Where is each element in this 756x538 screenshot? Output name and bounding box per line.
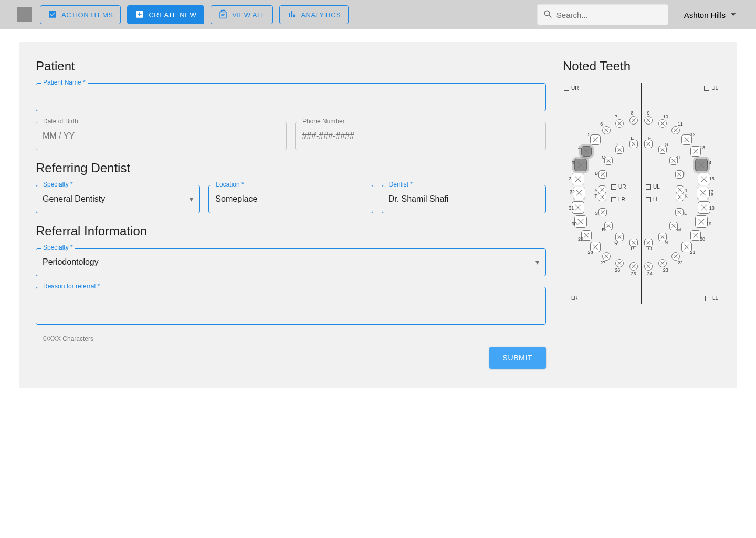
dob-field[interactable]: Date of Birth — [36, 122, 287, 150]
tooth-number-7: 7 — [615, 114, 617, 119]
phone-field[interactable]: Phone Number — [295, 122, 546, 150]
referral-reason-label: Reason for referral * — [41, 283, 102, 290]
quadrant-ur-top[interactable]: UR — [564, 85, 579, 91]
tooth-26[interactable] — [615, 259, 624, 267]
tooth-primary-label-D: D — [614, 142, 618, 147]
phone-input[interactable] — [302, 131, 539, 141]
submit-button[interactable]: SUBMIT — [489, 347, 547, 369]
search-box[interactable] — [537, 4, 668, 25]
tooth-15[interactable] — [698, 173, 710, 185]
quadrant-ll-inner[interactable]: LL — [646, 196, 659, 202]
tooth-primary-L[interactable] — [675, 208, 684, 216]
tooth-primary-P[interactable] — [629, 239, 638, 247]
tooth-primary-R[interactable] — [604, 222, 613, 230]
tooth-primary-label-K: K — [685, 193, 688, 199]
tooth-6[interactable] — [602, 126, 611, 134]
view-all-label: VIEW ALL — [232, 11, 265, 19]
referring-specialty-value: General Dentisty — [43, 194, 190, 204]
tooth-number-6: 6 — [600, 121, 603, 127]
tooth-24[interactable] — [644, 262, 653, 271]
tooth-number-3: 3 — [572, 160, 574, 165]
tooth-number-31: 31 — [569, 205, 574, 211]
chevron-down-icon — [728, 8, 739, 22]
tooth-number-14: 14 — [706, 160, 711, 165]
tooth-19[interactable] — [695, 215, 708, 228]
tooth-2[interactable] — [572, 173, 584, 185]
tooth-primary-I[interactable] — [675, 170, 684, 179]
tooth-4[interactable] — [581, 146, 592, 157]
tooth-primary-label-O: O — [648, 246, 652, 251]
quadrant-ul-inner[interactable]: UL — [646, 184, 660, 190]
action-items-button[interactable]: ACTION ITEMS — [40, 5, 121, 24]
referral-specialty-field[interactable]: Specialty * Periodontology ▾ — [36, 248, 546, 276]
referring-specialty-field[interactable]: Specialty * General Dentisty ▾ — [36, 185, 200, 213]
tooth-14[interactable] — [695, 159, 708, 171]
tooth-10[interactable] — [658, 119, 667, 128]
tooth-20[interactable] — [690, 230, 701, 241]
tooth-primary-E[interactable] — [629, 140, 638, 148]
quadrant-ul-top[interactable]: UL — [704, 85, 718, 91]
tooth-7[interactable] — [615, 119, 624, 128]
tooth-primary-S[interactable] — [598, 208, 607, 216]
tooth-number-13: 13 — [700, 145, 705, 150]
tooth-9[interactable] — [644, 116, 653, 125]
quadrant-ll-bottom[interactable]: LL — [705, 295, 718, 301]
quadrant-lr-inner[interactable]: LR — [611, 196, 625, 202]
tooth-17[interactable] — [697, 187, 709, 199]
analytics-button[interactable]: ANALYTICS — [279, 5, 349, 24]
view-all-button[interactable]: VIEW ALL — [211, 5, 273, 24]
quadrant-lr-bottom[interactable]: LR — [564, 295, 578, 301]
dob-label: Date of Birth — [41, 118, 80, 125]
tooth-primary-B[interactable] — [598, 170, 607, 179]
dropdown-arrow-icon: ▾ — [536, 258, 539, 266]
tooth-number-19: 19 — [706, 221, 711, 226]
tooth-primary-O[interactable] — [644, 239, 653, 247]
search-input[interactable] — [556, 11, 663, 19]
tooth-primary-K[interactable] — [676, 193, 684, 201]
referring-dentist-field[interactable]: Dentist * — [382, 185, 546, 213]
tooth-number-21: 21 — [690, 250, 695, 255]
tooth-primary-label-N: N — [665, 240, 668, 245]
tooth-8[interactable] — [629, 116, 638, 125]
user-menu[interactable]: Ashton Hills — [675, 8, 739, 22]
referring-dentist-input[interactable] — [388, 194, 539, 204]
tooth-primary-label-T: T — [594, 193, 597, 199]
tooth-primary-T[interactable] — [598, 193, 606, 201]
tooth-number-18: 18 — [709, 205, 715, 211]
tooth-primary-label-B: B — [595, 171, 598, 176]
create-new-label: CREATE NEW — [149, 11, 196, 19]
tooth-number-11: 11 — [678, 121, 683, 127]
quadrant-ur-inner[interactable]: UR — [611, 184, 626, 190]
tooth-5[interactable] — [590, 134, 601, 145]
teeth-column: Noted Teeth UR UL UR UL LR LL LR LL 1234… — [563, 59, 720, 369]
patient-heading: Patient — [36, 59, 546, 74]
tooth-primary-label-R: R — [602, 227, 605, 232]
referral-reason-input[interactable] — [43, 295, 539, 320]
dob-input[interactable] — [43, 131, 280, 141]
tooth-27[interactable] — [602, 252, 611, 261]
tooth-13[interactable] — [690, 146, 701, 157]
referring-location-input[interactable] — [215, 194, 366, 204]
referral-reason-field[interactable]: Reason for referral * — [36, 287, 546, 325]
tooth-22[interactable] — [671, 252, 680, 261]
tooth-18[interactable] — [698, 201, 710, 214]
tooth-23[interactable] — [658, 259, 667, 267]
patient-name-input[interactable] — [43, 92, 539, 102]
tooth-number-17: 17 — [708, 189, 713, 194]
tooth-primary-F[interactable] — [644, 140, 653, 148]
teeth-chart[interactable]: UR UL UR UL LR LL LR LL 1234567891011121… — [563, 83, 719, 304]
tooth-number-25: 25 — [631, 271, 636, 276]
referring-location-field[interactable]: Location * — [208, 185, 373, 213]
create-new-button[interactable]: CREATE NEW — [127, 5, 204, 24]
patient-name-field[interactable]: Patient Name * — [36, 83, 546, 111]
reason-helper-text: 0/XXX Characters — [36, 335, 546, 343]
tooth-11[interactable] — [671, 126, 680, 134]
tooth-25[interactable] — [629, 262, 638, 271]
tooth-primary-C[interactable] — [604, 157, 613, 165]
tooth-primary-H[interactable] — [669, 157, 678, 165]
app-logo — [17, 7, 32, 22]
referral-specialty-value: Periodontology — [43, 257, 536, 267]
tooth-primary-M[interactable] — [669, 222, 678, 230]
tooth-number-23: 23 — [663, 267, 668, 273]
tooth-3[interactable] — [574, 159, 587, 171]
